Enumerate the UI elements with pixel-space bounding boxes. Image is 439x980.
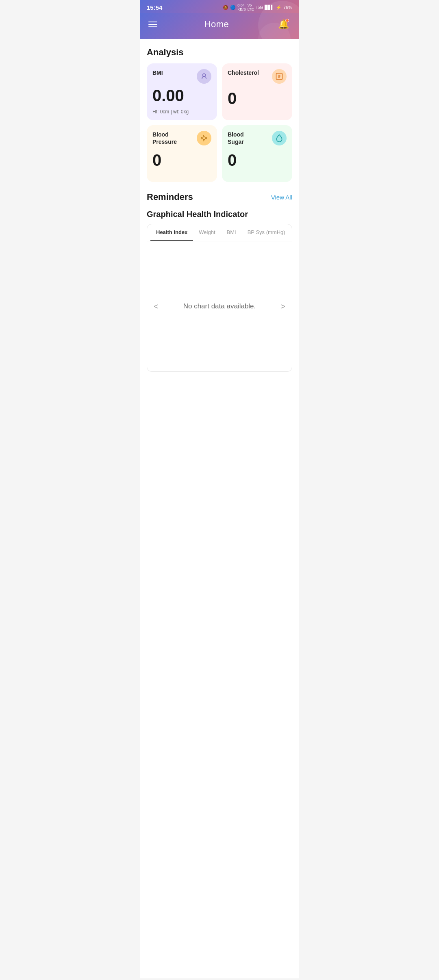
tab-health-index[interactable]: Health Index xyxy=(150,224,193,241)
status-bar: 15:54 🔕 🔵 0.04KB/S VoLTE ↑5G ▉▋▍ ⚡ 76% xyxy=(140,0,299,13)
blood-sugar-card[interactable]: BloodSugar 0 xyxy=(222,125,292,182)
bmi-value: 0.00 xyxy=(152,87,211,105)
bluetooth-icon: 🔵 xyxy=(230,5,236,10)
svg-point-0 xyxy=(203,74,206,76)
sugar-card-header: BloodSugar xyxy=(228,131,287,145)
status-time: 15:54 xyxy=(147,4,162,11)
bmi-icon xyxy=(197,69,211,84)
notification-dot xyxy=(285,19,289,22)
header: Home 🔔 xyxy=(140,13,299,39)
bmi-label: BMI xyxy=(152,69,163,76)
battery-icon: ⚡ xyxy=(276,5,282,10)
tab-bp-sys[interactable]: BP Sys (mmHg) xyxy=(242,224,291,241)
signal-icon: ▉▋▍ xyxy=(265,5,274,10)
graph-prev-button[interactable]: < xyxy=(150,299,162,314)
graph-body: < No chart data available. > xyxy=(147,241,292,371)
bp-label: BloodPressure xyxy=(152,131,177,145)
tab-weight[interactable]: Weight xyxy=(193,224,221,241)
page-title: Home xyxy=(204,19,229,30)
notification-button[interactable]: 🔔 xyxy=(276,17,291,32)
reminders-header: Reminders View All xyxy=(147,192,292,202)
blood-pressure-card[interactable]: BloodPressure 0 xyxy=(147,125,217,182)
data-speed: 0.04KB/S xyxy=(237,3,246,11)
status-icons: 🔕 🔵 0.04KB/S VoLTE ↑5G ▉▋▍ ⚡ 76% xyxy=(223,3,292,11)
cholesterol-label: Cholesterol xyxy=(228,69,259,76)
cholesterol-icon xyxy=(272,69,287,84)
tab-bmi[interactable]: BMI xyxy=(221,224,242,241)
graph-next-button[interactable]: > xyxy=(277,299,289,314)
graph-section: Graphical Health Indicator Health Index … xyxy=(147,210,292,372)
graph-tabs: Health Index Weight BMI BP Sys (mmHg) xyxy=(147,224,292,241)
view-all-button[interactable]: View All xyxy=(271,194,292,201)
5g-icon: ↑5G xyxy=(256,5,263,10)
analysis-grid: BMI 0.00 Ht: 0cm | wt: 0kg Cholesterol xyxy=(147,63,292,182)
bp-value: 0 xyxy=(152,151,211,169)
bmi-card[interactable]: BMI 0.00 Ht: 0cm | wt: 0kg xyxy=(147,63,217,120)
graph-title: Graphical Health Indicator xyxy=(147,210,292,219)
cholesterol-value: 0 xyxy=(228,89,287,108)
menu-button[interactable] xyxy=(148,22,157,27)
volte-icon: VoLTE xyxy=(248,3,254,11)
sugar-icon xyxy=(272,131,287,145)
sugar-label: BloodSugar xyxy=(228,131,244,145)
graph-card: Health Index Weight BMI BP Sys (mmHg) < … xyxy=(147,224,292,372)
main-content: Analysis BMI 0.00 Ht: 0cm | wt: 0kg Chol… xyxy=(140,39,299,978)
bmi-card-header: BMI xyxy=(152,69,211,84)
no-chart-text: No chart data available. xyxy=(183,302,256,310)
bp-card-header: BloodPressure xyxy=(152,131,211,145)
cholesterol-card-header: Cholesterol xyxy=(228,69,287,84)
analysis-title: Analysis xyxy=(147,47,292,58)
reminders-title: Reminders xyxy=(147,192,193,202)
sugar-value: 0 xyxy=(228,151,287,169)
cholesterol-card[interactable]: Cholesterol 0 xyxy=(222,63,292,120)
bp-icon xyxy=(197,131,211,145)
battery-level: 76% xyxy=(283,5,292,10)
mute-icon: 🔕 xyxy=(223,5,228,10)
bmi-footer: Ht: 0cm | wt: 0kg xyxy=(152,109,211,115)
